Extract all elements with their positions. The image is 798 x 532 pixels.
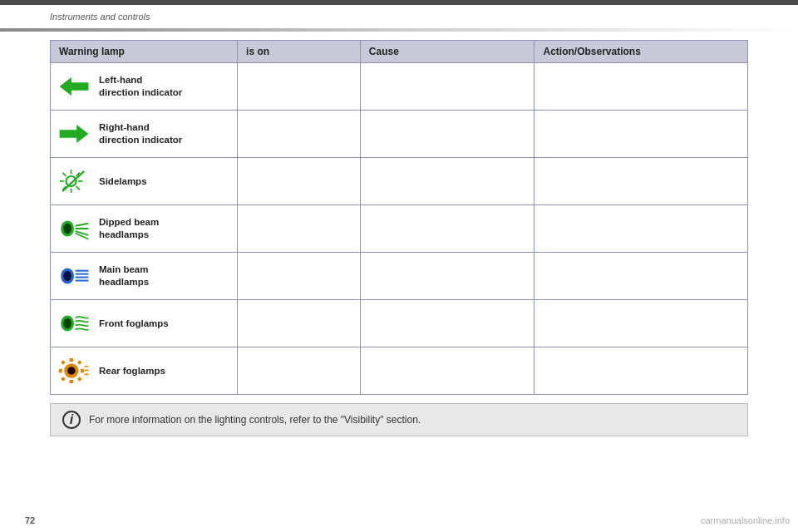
svg-point-25 <box>63 318 71 329</box>
info-note-text: For more information on the lighting con… <box>89 414 421 426</box>
table-row: Left-handdirection indicator <box>51 63 748 111</box>
svg-marker-0 <box>60 77 89 96</box>
arrow-left-icon <box>56 68 92 105</box>
cause-cell <box>360 347 534 395</box>
content-area: Warning lamp is on Cause Action/Observat… <box>0 32 798 445</box>
svg-rect-32 <box>61 360 66 365</box>
is-on-cell <box>238 347 361 395</box>
is-on-cell <box>238 158 361 205</box>
action-cell <box>534 347 748 395</box>
table-row: Front foglamps <box>51 300 748 347</box>
svg-point-19 <box>63 271 71 282</box>
svg-line-8 <box>76 186 80 190</box>
is-on-cell <box>238 205 361 253</box>
svg-point-2 <box>66 176 76 186</box>
arrow-right-icon <box>56 116 92 152</box>
svg-rect-31 <box>81 369 84 373</box>
info-icon: i <box>62 411 81 429</box>
action-cell <box>534 63 748 111</box>
action-cell <box>534 158 748 205</box>
col-is-on: is on <box>238 41 361 63</box>
lamp-label-main-beam: Main beamheadlamps <box>99 264 149 288</box>
table-row: Right-handdirection indicator <box>51 111 748 158</box>
svg-rect-29 <box>69 380 73 383</box>
warning-lamp-table: Warning lamp is on Cause Action/Observat… <box>50 40 748 395</box>
info-note-box: i For more information on the lighting c… <box>50 403 748 436</box>
col-cause: Cause <box>360 41 534 63</box>
action-cell <box>534 300 748 347</box>
lamp-label-left-direction: Left-handdirection indicator <box>99 74 182 99</box>
is-on-cell <box>238 300 361 347</box>
lamp-label-right-direction: Right-handdirection indicator <box>99 121 182 146</box>
is-on-cell <box>238 111 361 158</box>
svg-rect-30 <box>59 369 62 373</box>
action-cell <box>534 253 748 300</box>
svg-rect-34 <box>61 377 66 382</box>
lamp-cell-left-direction: Left-handdirection indicator <box>51 63 238 111</box>
table-row: Sidelamps <box>51 158 748 205</box>
col-action: Action/Observations <box>534 41 748 63</box>
svg-rect-35 <box>77 377 82 382</box>
lamp-label-sidelamps: Sidelamps <box>99 175 147 188</box>
svg-marker-1 <box>60 125 89 143</box>
dipped-beam-icon <box>56 210 92 247</box>
action-cell <box>534 205 748 253</box>
col-warning-lamp: Warning lamp <box>51 41 238 63</box>
rear-fog-icon <box>56 352 92 389</box>
lamp-cell-front-fog: Front foglamps <box>51 300 238 347</box>
lamp-label-dipped-beam: Dipped beamheadlamps <box>99 216 159 241</box>
lamp-cell-right-direction: Right-handdirection indicator <box>51 111 238 158</box>
cause-cell <box>360 205 534 253</box>
table-header-row: Warning lamp is on Cause Action/Observat… <box>51 41 748 63</box>
page-number: 72 <box>25 515 35 525</box>
sidelamp-icon <box>56 163 92 200</box>
cause-cell <box>360 111 534 158</box>
action-cell <box>534 111 748 158</box>
svg-line-7 <box>62 173 66 176</box>
watermark: carmanualsonline.info <box>701 515 790 525</box>
cause-cell <box>360 253 534 300</box>
table-row: Dipped beamheadlamps <box>51 205 748 253</box>
lamp-cell-dipped-beam: Dipped beamheadlamps <box>51 205 238 253</box>
page-header: Instruments and controls <box>0 5 798 28</box>
is-on-cell <box>238 253 361 300</box>
svg-rect-28 <box>69 358 73 362</box>
lamp-cell-rear-fog: Rear foglamps <box>51 347 238 395</box>
table-row: Rear foglamps <box>51 347 748 395</box>
table-row: Main beamheadlamps <box>51 253 748 300</box>
svg-point-27 <box>67 367 76 375</box>
is-on-cell <box>238 63 361 111</box>
cause-cell <box>360 300 534 347</box>
front-fog-icon <box>56 305 92 342</box>
lamp-label-front-fog: Front foglamps <box>99 318 169 330</box>
svg-rect-33 <box>77 360 82 365</box>
lamp-cell-main-beam: Main beamheadlamps <box>51 253 238 300</box>
cause-cell <box>360 158 534 205</box>
lamp-label-rear-fog: Rear foglamps <box>99 365 165 377</box>
cause-cell <box>360 63 534 111</box>
lamp-cell-sidelamps: Sidelamps <box>51 158 238 205</box>
main-beam-icon <box>56 258 92 294</box>
svg-point-13 <box>63 224 71 234</box>
svg-line-14 <box>76 224 89 226</box>
